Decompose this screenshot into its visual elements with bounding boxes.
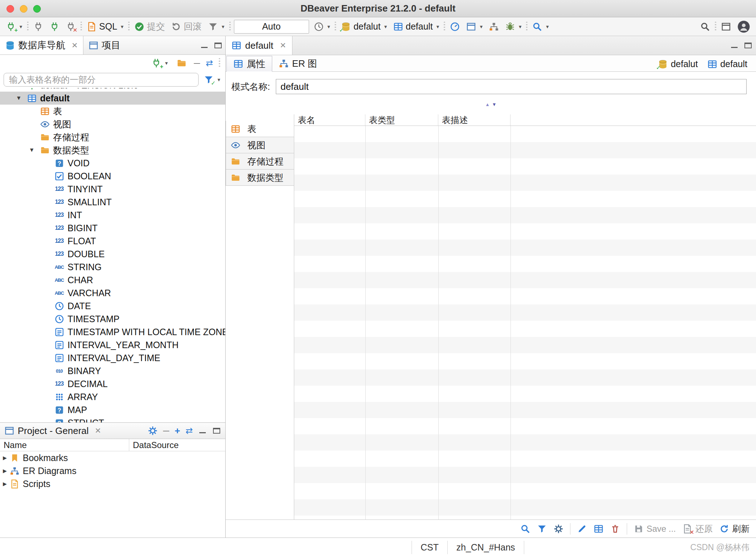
expand-arrow[interactable]: ▶ [0,481,9,487]
minimize-panel-button[interactable] [198,427,207,434]
compare-button[interactable] [487,21,500,32]
expand-arrow[interactable]: ▼ [29,147,40,153]
maximize-panel-button[interactable] [744,42,752,49]
tree-item[interactable]: ABC CHAR [0,273,225,286]
tree-item[interactable]: TIMESTAMP [0,312,225,325]
grid-body[interactable] [294,126,756,519]
minimize-panel-button[interactable] [200,42,209,49]
edit-table-icon[interactable] [594,524,604,534]
tree-item[interactable]: 123 FLOAT [0,234,225,247]
status-locale[interactable]: zh_CN_#Hans [448,538,524,557]
tab-database-navigator[interactable]: 数据库导航 ✕ [0,36,83,54]
transaction-history-button[interactable]: ▾ [312,21,332,32]
column-header-table-desc[interactable]: 表描述 [438,114,510,126]
tree-item[interactable]: TIMESTAMP WITH LOCAL TIME ZONE [0,325,225,338]
status-timezone[interactable]: CST [412,538,447,557]
delete-trash-icon[interactable] [610,524,620,534]
maximize-panel-button[interactable] [212,427,221,434]
commit-button[interactable]: 提交 [133,20,166,33]
table-filter-input[interactable] [4,73,199,87]
tree-item[interactable]: INTERVAL_DAY_TIME [0,351,225,364]
perspective-button[interactable] [720,21,733,32]
zoom-window-button[interactable] [33,5,41,13]
column-header-table-name[interactable]: 表名 [294,114,365,126]
project-row[interactable]: ▶ Bookmarks [0,451,225,464]
tree-item[interactable]: BOOLEAN [0,170,225,183]
link-with-editor-button[interactable]: ⇄ [206,58,213,68]
schema-name-input[interactable] [276,79,747,94]
search-icon[interactable] [520,524,530,534]
rollback-button[interactable]: 回滚 [170,20,203,33]
breadcrumb-database[interactable]: ✓ defalut [658,59,698,69]
close-icon[interactable]: ✕ [71,41,78,50]
tree-item[interactable]: VOID [0,157,225,170]
object-type-tab[interactable]: 表 [226,121,294,137]
save-button[interactable]: Save ... [634,524,676,534]
tasks-button[interactable]: ▾ [504,21,523,32]
filter-icon[interactable] [537,524,547,534]
breadcrumb-schema[interactable]: default [707,59,747,69]
maximize-panel-button[interactable] [214,42,222,49]
object-type-tab[interactable]: 视图 [226,137,294,153]
tree-item[interactable]: 存储过程 [0,131,225,144]
close-icon[interactable]: ✕ [280,41,286,50]
revert-button[interactable]: ✕ 还原 [682,523,713,535]
tree-item[interactable]: 123 DOUBLE [0,247,225,260]
tab-er-diagram[interactable]: ER 图 [272,56,323,71]
tree-item[interactable]: 123 SMALLINT [0,196,225,209]
tree-item[interactable]: INTERVAL_YEAR_MONTH [0,338,225,351]
gear-icon[interactable] [148,426,158,436]
expand-arrow[interactable]: ▶ [0,455,9,461]
connect-button[interactable] [32,21,45,32]
minimize-window-button[interactable] [20,5,27,13]
gear-icon[interactable] [553,524,564,534]
tree-item[interactable]: MAP [0,403,225,416]
disconnect-button[interactable]: ✕ [64,21,77,32]
tree-item[interactable]: 010 BINARY [0,364,225,377]
expand-all-button[interactable]: + [175,425,180,437]
sql-editor-button[interactable]: SQL ▾ [85,21,125,32]
tree-item[interactable]: ▼ default [0,92,225,105]
close-icon[interactable]: ✕ [95,426,101,435]
tree-item[interactable]: DATE [0,299,225,312]
column-header-datasource[interactable]: DataSource [129,440,225,450]
editor-tab-default[interactable]: default ✕ [226,36,292,55]
tree-item[interactable]: 123 TINYINT [0,183,225,196]
edit-pencil-icon[interactable] [577,524,587,534]
tree-item[interactable]: 表 [0,105,225,118]
minimize-panel-button[interactable] [730,42,739,49]
tree-item[interactable]: 123 DECIMAL [0,377,225,390]
sash-collapse-control[interactable]: ▲ ▼ [485,102,497,107]
tab-properties[interactable]: 属性 [226,56,272,72]
tree-item[interactable]: 123 INT [0,209,225,222]
quick-access-search-button[interactable] [699,21,712,32]
new-connection-button[interactable]: + ▾ [150,57,169,69]
data-transfer-button[interactable]: ▾ [465,21,484,32]
expand-arrow[interactable]: ▶ [0,468,9,474]
column-header-table-type[interactable]: 表类型 [365,114,438,126]
refresh-button[interactable]: 刷新 [719,523,750,535]
database-selector[interactable]: ✓ defalut ▾ [339,21,388,32]
project-row[interactable]: ▶ ER Diagrams [0,464,225,477]
tree-item[interactable]: ARRAY [0,390,225,403]
filter-settings-button[interactable]: ✓ ▾ [202,74,222,85]
transaction-log-button[interactable]: ▾ [207,21,226,32]
reconnect-button[interactable] [48,21,61,32]
tree-item[interactable]: ▼ 数据类型 [0,144,225,157]
object-type-tab[interactable]: 数据类型 [226,170,294,186]
collapse-all-button[interactable]: ─ [194,58,200,68]
tree-item[interactable]: STRUCT [0,416,225,422]
search-button[interactable]: ▾ [531,21,550,32]
schema-selector[interactable]: default ▾ [392,21,441,32]
collapse-all-button[interactable]: ─ [163,426,169,436]
column-header-name[interactable]: Name [0,439,129,451]
dashboard-button[interactable] [448,21,461,32]
object-type-tab[interactable]: 存储过程 [226,153,294,170]
user-avatar[interactable] [736,19,752,34]
tree-item[interactable]: 123 BIGINT [0,222,225,234]
tree-item[interactable]: 视图 [0,118,225,131]
new-folder-button[interactable] [175,57,188,69]
project-row[interactable]: ▶ Scripts [0,477,225,490]
tree-item[interactable]: ABC STRING [0,260,225,273]
commit-mode-combo[interactable]: Auto [234,20,309,34]
